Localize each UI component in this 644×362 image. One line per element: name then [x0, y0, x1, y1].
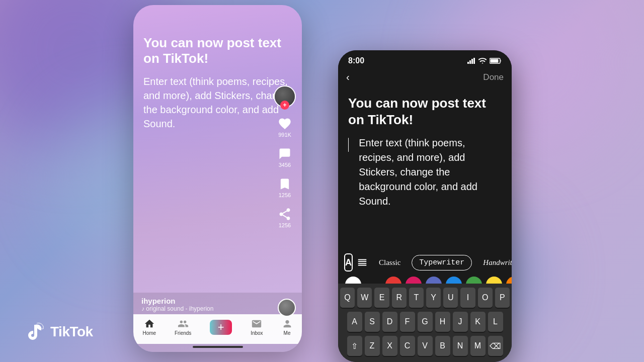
inbox-icon [251, 318, 262, 329]
friends-icon [178, 318, 189, 329]
phone-left: You can now post text on TikTok! Enter t… [133, 5, 302, 352]
keyboard: QWERTYUIOPASDFGHJKL⇧ZXCVBNM⌫ [338, 284, 512, 362]
status-bar: 8:00 [338, 50, 512, 69]
svg-rect-2 [471, 59, 473, 64]
key-⌫[interactable]: ⌫ [488, 336, 503, 356]
nav-bar: Home Friends + Inbox Me [133, 314, 302, 344]
key-B[interactable]: B [435, 336, 450, 356]
key-J[interactable]: J [453, 312, 468, 332]
tiktok-logo-icon [25, 322, 45, 342]
nav-plus[interactable]: + [210, 320, 232, 335]
phone-left-bottom: ihyperion ♪ original sound - ihyperion H… [133, 293, 302, 352]
phone-right-body: Enter text (think poems, recipes, and mo… [359, 136, 502, 209]
comment-icon [278, 147, 292, 161]
key-S[interactable]: S [365, 312, 380, 332]
key-C[interactable]: C [400, 336, 415, 356]
back-button[interactable]: ‹ [346, 71, 350, 83]
font-style-typewriter[interactable]: Typewriter [412, 255, 472, 270]
text-cursor [348, 138, 349, 152]
share-icon [278, 207, 292, 221]
home-icon [144, 318, 155, 329]
nav-inbox[interactable]: Inbox [251, 318, 263, 336]
profile-icon [282, 318, 293, 329]
nav-me[interactable]: Me [282, 318, 293, 336]
key-Y[interactable]: Y [426, 288, 441, 308]
phone-right-header: ‹ Done [338, 69, 512, 87]
user-info: ihyperion ♪ original sound - ihyperion [133, 293, 302, 314]
username: ihyperion [141, 297, 294, 305]
key-O[interactable]: O [478, 288, 493, 308]
tiktok-logo-text: TikTok [50, 324, 93, 340]
key-N[interactable]: N [453, 336, 468, 356]
key-V[interactable]: V [418, 336, 433, 356]
key-R[interactable]: R [392, 288, 407, 308]
keyboard-row-0: QWERTYUIOP [340, 288, 510, 308]
key-P[interactable]: P [495, 288, 510, 308]
align-button[interactable] [357, 253, 368, 272]
key-Q[interactable]: Q [340, 288, 355, 308]
key-M[interactable]: M [470, 336, 486, 356]
share-button[interactable]: 1256 [278, 207, 292, 228]
font-style-handwriting[interactable]: Handwriting [476, 255, 512, 270]
share-count: 1256 [279, 222, 291, 228]
bookmark-count: 1256 [279, 192, 291, 198]
battery-icon [490, 58, 502, 64]
key-X[interactable]: X [382, 336, 397, 356]
create-button[interactable]: + [210, 320, 232, 335]
key-D[interactable]: D [382, 312, 397, 332]
comment-count: 3456 [279, 162, 291, 168]
key-F[interactable]: F [400, 312, 415, 332]
bookmark-button[interactable]: 1256 [278, 177, 292, 198]
bottom-avatar [278, 299, 296, 317]
key-E[interactable]: E [374, 288, 389, 308]
bookmark-icon [278, 177, 292, 191]
done-button[interactable]: Done [483, 72, 504, 82]
svg-rect-0 [467, 62, 469, 64]
key-W[interactable]: W [357, 288, 372, 308]
align-icon [357, 257, 368, 268]
scroll-indicator [193, 346, 243, 348]
signal-icon [467, 58, 475, 64]
key-⇧[interactable]: ⇧ [347, 336, 362, 356]
like-count: 991K [278, 132, 291, 138]
phone-left-body: Enter text (think poems, recipes, and mo… [143, 74, 292, 131]
key-U[interactable]: U [443, 288, 458, 308]
wifi-icon [478, 58, 487, 64]
key-Z[interactable]: Z [365, 336, 380, 356]
keyboard-row-1: ASDFGHJKL [340, 312, 510, 332]
status-icons [467, 58, 502, 64]
svg-rect-5 [491, 59, 499, 63]
key-I[interactable]: I [460, 288, 475, 308]
status-time: 8:00 [348, 56, 364, 65]
key-A[interactable]: A [347, 312, 362, 332]
key-G[interactable]: G [418, 312, 433, 332]
phone-left-title: You can now post text on TikTok! [143, 35, 292, 66]
key-K[interactable]: K [470, 312, 486, 332]
comment-button[interactable]: 3456 [278, 147, 292, 168]
font-style-classic[interactable]: Classic [372, 255, 408, 270]
nav-home[interactable]: Home [142, 318, 156, 336]
phone-left-sidebar: + 991K 3456 1256 1256 [274, 85, 296, 228]
nav-friends[interactable]: Friends [175, 318, 191, 336]
svg-rect-1 [469, 60, 471, 64]
creator-avatar[interactable]: + [274, 85, 296, 108]
key-H[interactable]: H [435, 312, 450, 332]
phone-right-title: You can now post text on TikTok! [348, 95, 502, 128]
tiktok-logo: TikTok [25, 322, 93, 342]
key-L[interactable]: L [488, 312, 503, 332]
text-format-button[interactable]: A [344, 253, 353, 272]
text-area: You can now post text on TikTok! Enter t… [338, 87, 512, 217]
like-button[interactable]: 991K [278, 117, 292, 138]
sound-info: ♪ original sound - ihyperion [141, 305, 294, 312]
key-T[interactable]: T [409, 288, 424, 308]
svg-rect-3 [473, 58, 475, 64]
heart-icon [278, 117, 292, 131]
keyboard-row-2: ⇧ZXCVBNM⌫ [340, 336, 510, 356]
follow-button[interactable]: + [280, 101, 289, 110]
phone-right: 8:00 ‹ Done You can now [338, 50, 512, 362]
